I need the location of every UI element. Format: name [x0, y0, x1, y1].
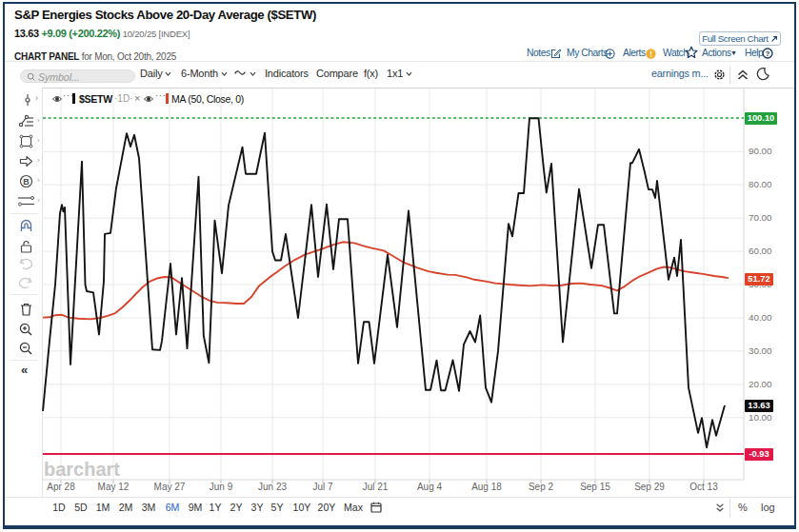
svg-text:?: ? — [766, 49, 770, 58]
